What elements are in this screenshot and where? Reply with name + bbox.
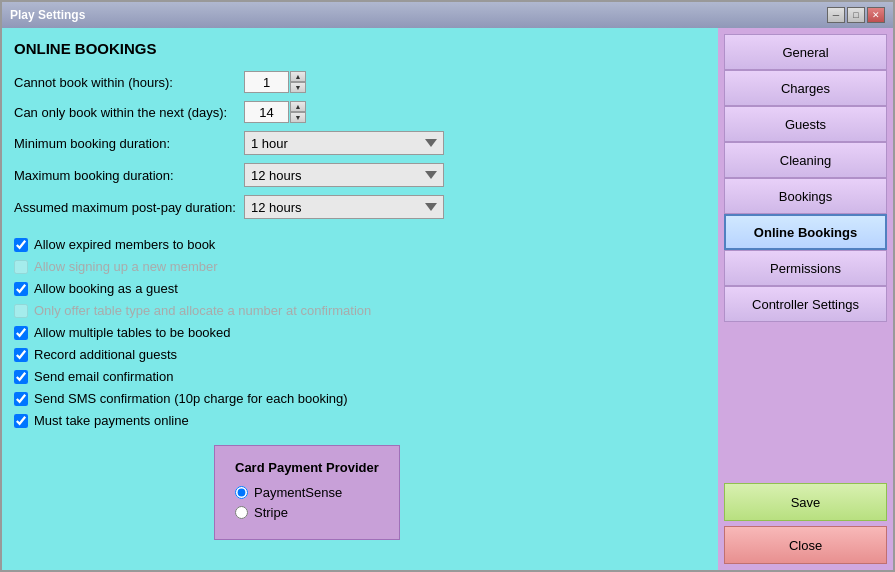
title-bar: Play Settings ─ □ ✕ [2, 2, 893, 28]
checkbox-cb2 [14, 260, 28, 274]
max-duration-label: Maximum booking duration: [14, 168, 244, 183]
stripe-row: Stripe [235, 505, 379, 520]
minimize-button[interactable]: ─ [827, 7, 845, 23]
checkbox-cb6[interactable] [14, 348, 28, 362]
checkbox-cb9[interactable] [14, 414, 28, 428]
cannot-book-label: Cannot book within (hours): [14, 75, 244, 90]
checkbox-cb3[interactable] [14, 282, 28, 296]
checkbox-row-cb8: Send SMS confirmation (10p charge for ea… [14, 391, 706, 406]
sidebar-btn-charges[interactable]: Charges [724, 70, 887, 106]
checkbox-row-cb3: Allow booking as a guest [14, 281, 706, 296]
sidebar-btn-general[interactable]: General [724, 34, 887, 70]
checkbox-row-cb6: Record additional guests [14, 347, 706, 362]
stripe-radio[interactable] [235, 506, 248, 519]
card-payment-title: Card Payment Provider [235, 460, 379, 475]
max-duration-select[interactable]: 1 hour 2 hours 3 hours 4 hours 6 hours 8… [244, 163, 444, 187]
checkbox-cb4 [14, 304, 28, 318]
card-payment-box: Card Payment Provider PaymentSense Strip… [214, 445, 400, 540]
cannot-book-input[interactable]: 1 [244, 71, 289, 93]
max-duration-row: Maximum booking duration: 1 hour 2 hours… [14, 163, 706, 187]
checkbox-cb7[interactable] [14, 370, 28, 384]
window-close-button[interactable]: ✕ [867, 7, 885, 23]
assumed-max-label: Assumed maximum post-pay duration: [14, 200, 244, 215]
paymentsense-row: PaymentSense [235, 485, 379, 500]
cannot-book-up[interactable]: ▲ [290, 71, 306, 82]
checkbox-label-cb9: Must take payments online [34, 413, 189, 428]
checkbox-row-cb5: Allow multiple tables to be booked [14, 325, 706, 340]
paymentsense-label: PaymentSense [254, 485, 342, 500]
window-title: Play Settings [10, 8, 85, 22]
sidebar-btn-guests[interactable]: Guests [724, 106, 887, 142]
window-body: ONLINE BOOKINGS Cannot book within (hour… [2, 28, 893, 570]
can-only-book-row: Can only book within the next (days): 14… [14, 101, 706, 123]
sidebar-buttons: GeneralChargesGuestsCleaningBookingsOnli… [724, 34, 887, 322]
checkbox-row-cb9: Must take payments online [14, 413, 706, 428]
stripe-label: Stripe [254, 505, 288, 520]
sidebar: GeneralChargesGuestsCleaningBookingsOnli… [718, 28, 893, 570]
min-duration-row: Minimum booking duration: 1 hour 2 hours… [14, 131, 706, 155]
assumed-max-row: Assumed maximum post-pay duration: 1 hou… [14, 195, 706, 219]
sidebar-btn-permissions[interactable]: Permissions [724, 250, 887, 286]
checkbox-label-cb7: Send email confirmation [34, 369, 173, 384]
checkbox-label-cb1: Allow expired members to book [34, 237, 215, 252]
checkbox-row-cb1: Allow expired members to book [14, 237, 706, 252]
can-only-book-spinbox[interactable]: 14 ▲ ▼ [244, 101, 306, 123]
checkbox-label-cb3: Allow booking as a guest [34, 281, 178, 296]
sidebar-btn-controller-settings[interactable]: Controller Settings [724, 286, 887, 322]
sidebar-btn-bookings[interactable]: Bookings [724, 178, 887, 214]
save-button[interactable]: Save [724, 483, 887, 521]
checkbox-cb8[interactable] [14, 392, 28, 406]
assumed-max-select[interactable]: 1 hour 2 hours 3 hours 4 hours 6 hours 8… [244, 195, 444, 219]
checkbox-label-cb2: Allow signing up a new member [34, 259, 218, 274]
checkbox-row-cb4: Only offer table type and allocate a num… [14, 303, 706, 318]
checkbox-row-cb7: Send email confirmation [14, 369, 706, 384]
section-title: ONLINE BOOKINGS [14, 40, 706, 57]
can-only-book-spin-buttons: ▲ ▼ [290, 101, 306, 123]
min-duration-label: Minimum booking duration: [14, 136, 244, 151]
checkbox-cb1[interactable] [14, 238, 28, 252]
cannot-book-spinbox[interactable]: 1 ▲ ▼ [244, 71, 306, 93]
can-only-book-label: Can only book within the next (days): [14, 105, 244, 120]
can-only-book-up[interactable]: ▲ [290, 101, 306, 112]
maximize-button[interactable]: □ [847, 7, 865, 23]
can-only-book-input[interactable]: 14 [244, 101, 289, 123]
checkbox-cb5[interactable] [14, 326, 28, 340]
checkbox-row-cb2: Allow signing up a new member [14, 259, 706, 274]
checkbox-label-cb6: Record additional guests [34, 347, 177, 362]
checkbox-label-cb5: Allow multiple tables to be booked [34, 325, 231, 340]
paymentsense-radio[interactable] [235, 486, 248, 499]
checkbox-label-cb4: Only offer table type and allocate a num… [34, 303, 371, 318]
checkbox-label-cb8: Send SMS confirmation (10p charge for ea… [34, 391, 348, 406]
sidebar-btn-online-bookings[interactable]: Online Bookings [724, 214, 887, 250]
main-window: Play Settings ─ □ ✕ ONLINE BOOKINGS Cann… [0, 0, 895, 572]
can-only-book-down[interactable]: ▼ [290, 112, 306, 123]
cannot-book-down[interactable]: ▼ [290, 82, 306, 93]
cannot-book-row: Cannot book within (hours): 1 ▲ ▼ [14, 71, 706, 93]
cannot-book-spin-buttons: ▲ ▼ [290, 71, 306, 93]
close-button[interactable]: Close [724, 526, 887, 564]
title-bar-buttons: ─ □ ✕ [827, 7, 885, 23]
min-duration-select[interactable]: 1 hour 2 hours 3 hours 4 hours 6 hours 8… [244, 131, 444, 155]
checkboxes-container: Allow expired members to bookAllow signi… [14, 237, 706, 428]
main-content: ONLINE BOOKINGS Cannot book within (hour… [2, 28, 718, 570]
sidebar-btn-cleaning[interactable]: Cleaning [724, 142, 887, 178]
